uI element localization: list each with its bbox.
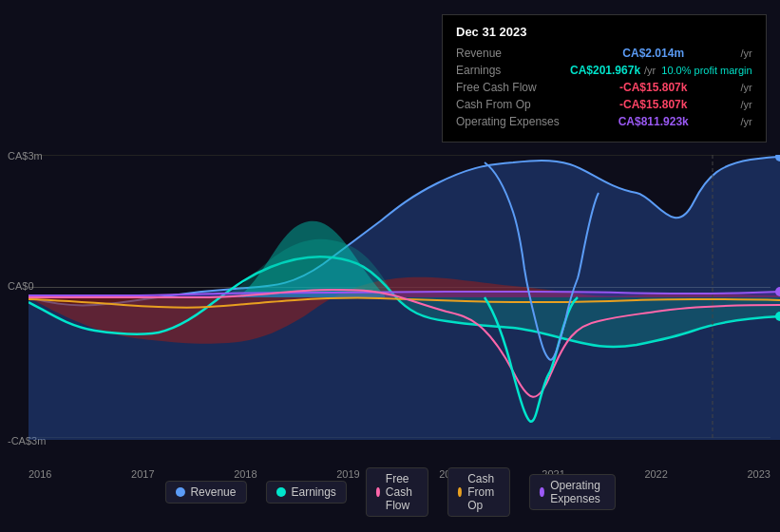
legend-dot-revenue [175, 487, 184, 497]
tooltip-row-opex: Operating Expenses CA$811.923k /yr [456, 115, 752, 128]
tooltip: Dec 31 2023 Revenue CA$2.014m /yr Earnin… [442, 14, 767, 142]
tooltip-value-revenue: CA$2.014m [622, 47, 684, 60]
tooltip-label-fcf: Free Cash Flow [456, 81, 570, 94]
tooltip-unit-fcf: /yr [740, 82, 751, 93]
tooltip-unit-revenue: /yr [740, 48, 751, 59]
legend-item-opex[interactable]: Operating Expenses [529, 474, 616, 510]
legend-dot-fcf [376, 487, 380, 497]
legend-item-fcf[interactable]: Free Cash Flow [366, 467, 428, 517]
tooltip-row-cashop: Cash From Op -CA$15.807k /yr [456, 98, 752, 111]
tooltip-value-opex: CA$811.923k [618, 115, 689, 128]
tooltip-unit-cashop: /yr [740, 99, 751, 110]
tooltip-margin: 10.0% profit margin [661, 65, 751, 76]
legend-label-cashop: Cash From Op [467, 472, 500, 512]
legend-item-cashop[interactable]: Cash From Op [447, 467, 510, 517]
legend-label-revenue: Revenue [190, 485, 236, 499]
tooltip-value-earnings: CA$201.967k [570, 64, 640, 77]
tooltip-value-fcf: -CA$15.807k [619, 81, 687, 94]
chart-svg [29, 155, 780, 440]
x-label-2016: 2016 [29, 468, 51, 480]
legend-dot-opex [540, 487, 544, 497]
legend-item-revenue[interactable]: Revenue [164, 481, 246, 504]
tooltip-row-fcf: Free Cash Flow -CA$15.807k /yr [456, 81, 752, 94]
legend-item-earnings[interactable]: Earnings [265, 481, 346, 504]
x-label-2022: 2022 [644, 468, 667, 480]
tooltip-label-opex: Operating Expenses [456, 115, 570, 128]
tooltip-label-cashop: Cash From Op [456, 98, 570, 111]
tooltip-unit-opex: /yr [740, 116, 751, 127]
tooltip-label-earnings: Earnings [456, 64, 570, 77]
tooltip-row-earnings: Earnings CA$201.967k /yr 10.0% profit ma… [456, 64, 752, 77]
tooltip-unit-earnings: /yr [644, 65, 656, 76]
legend-label-fcf: Free Cash Flow [386, 472, 418, 512]
legend: Revenue Earnings Free Cash Flow Cash Fro… [164, 467, 615, 517]
tooltip-label-revenue: Revenue [456, 47, 570, 60]
legend-dot-cashop [458, 487, 462, 497]
x-label-2017: 2017 [131, 468, 154, 480]
chart-container: CA$3m CA$0 -CA$3m [0, 0, 780, 532]
legend-label-opex: Operating Expenses [550, 479, 604, 505]
x-label-2023: 2023 [747, 468, 770, 480]
legend-dot-earnings [276, 487, 285, 497]
tooltip-value-cashop: -CA$15.807k [619, 98, 687, 111]
legend-label-earnings: Earnings [291, 485, 335, 499]
tooltip-date: Dec 31 2023 [456, 25, 752, 39]
tooltip-row-revenue: Revenue CA$2.014m /yr [456, 47, 752, 60]
